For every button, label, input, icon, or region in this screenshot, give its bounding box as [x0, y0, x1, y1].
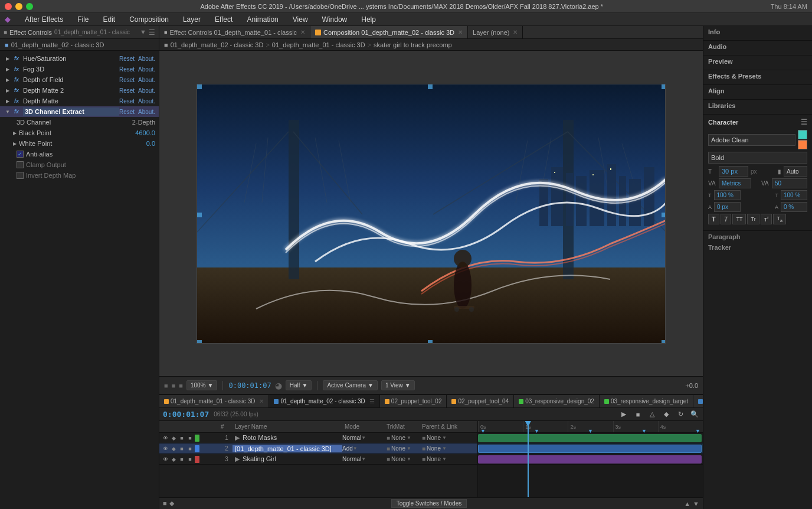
layer-row-1[interactable]: 👁 ◆ ■ ■ 1 ▶ Roto Masks Normal: [159, 433, 477, 443]
layer-expand-icon[interactable]: ▶: [235, 455, 240, 462]
collapse-icon[interactable]: ■: [186, 445, 194, 452]
tl-tab-5[interactable]: 03_responsive_design_02: [514, 395, 600, 407]
font-family-select[interactable]: Adobe Clean: [708, 134, 795, 146]
tool-btn-2[interactable]: ■: [633, 410, 643, 419]
collapse-icon[interactable]: ■: [186, 435, 194, 442]
close-icon[interactable]: ✕: [300, 29, 305, 35]
effect-about-link[interactable]: About.: [138, 109, 155, 115]
zoom-control[interactable]: 100% ▼: [186, 380, 217, 390]
maximize-btn[interactable]: [26, 3, 33, 10]
playhead[interactable]: [528, 421, 529, 497]
effect-about-link[interactable]: About.: [138, 77, 155, 83]
effect-about-link[interactable]: About.: [138, 66, 155, 73]
layer-mode-1[interactable]: Normal ▼: [342, 435, 387, 441]
effect-about-link[interactable]: About.: [138, 98, 155, 105]
kerning-input[interactable]: [719, 178, 751, 188]
effect-depth-matte[interactable]: ▶ fx Depth Matte Reset About.: [0, 96, 159, 106]
timeline-timecode[interactable]: 0:00:01:07: [163, 410, 209, 419]
timeline-ruler[interactable]: 0s 1s 2s 3s 4s ▼ ▼ ▼ ▼ ▼: [478, 421, 703, 433]
toggle-switches-modes[interactable]: Toggle Switches / Modes: [391, 499, 467, 508]
effect-hue-saturation[interactable]: ▶ fx Hue/Saturation Reset About.: [0, 53, 159, 64]
effects-presets-title[interactable]: Effects & Presets: [708, 73, 807, 80]
view-layout-control[interactable]: 1 View ▼: [381, 380, 415, 390]
close-btn[interactable]: [5, 3, 12, 10]
camera-view-control[interactable]: Active Camera ▼: [323, 380, 377, 390]
visibility-icon[interactable]: 👁: [162, 445, 169, 452]
track-row-3[interactable]: [478, 454, 703, 465]
tl-tab-1[interactable]: 01_depth_matte_01 - classic 3D ✕: [159, 395, 269, 407]
tl-bottom-icon1[interactable]: ■: [163, 500, 167, 507]
menu-view[interactable]: View: [290, 14, 310, 25]
visibility-icon[interactable]: 👁: [162, 456, 169, 463]
window-controls[interactable]: [5, 3, 33, 10]
menu-animation[interactable]: Animation: [244, 14, 280, 25]
tsscale-input[interactable]: [781, 202, 807, 212]
effect-reset-link[interactable]: Reset: [119, 77, 135, 83]
solo-icon[interactable]: ◆: [170, 445, 177, 452]
track-area[interactable]: 0s 1s 2s 3s 4s ▼ ▼ ▼ ▼ ▼: [478, 421, 703, 497]
tl-bottom-icon2[interactable]: ◆: [169, 500, 174, 507]
menu-window[interactable]: Window: [320, 14, 350, 25]
tl-tab-6[interactable]: 03_responsive_design_target: [600, 395, 693, 407]
composition-viewer[interactable]: [159, 51, 703, 376]
effect-depth-of-field[interactable]: ▶ fx Depth of Field Reset About.: [0, 74, 159, 85]
menu-edit[interactable]: Edit: [100, 14, 117, 25]
track-row-1[interactable]: [478, 433, 703, 443]
layer-mode-2[interactable]: Add ▼: [342, 445, 387, 452]
tab-effect-controls[interactable]: ■ Effect Controls 01_depth_matte_01 - cl…: [159, 26, 310, 38]
checkbox-invert-depth[interactable]: [17, 172, 24, 179]
sub-btn[interactable]: Ta: [773, 214, 785, 224]
italic-btn[interactable]: T: [721, 214, 732, 224]
tl-tab-3[interactable]: 02_puppet_tool_02: [380, 395, 447, 407]
tscale-h-input[interactable]: [781, 190, 807, 200]
timecode-display[interactable]: 0:00:01:07: [228, 381, 271, 390]
effect-fog-3d[interactable]: ▶ fx Fog 3D Reset About.: [0, 64, 159, 74]
layer-row-2[interactable]: 👁 ◆ ■ ■ 2 [01_depth_matte_01 - classic 3…: [159, 443, 477, 454]
smallcaps-btn[interactable]: Tr: [747, 214, 759, 224]
tl-tab-7[interactable]: 04_data_driven_graphic_02: [693, 395, 703, 407]
collapse-icon[interactable]: ■: [186, 456, 194, 463]
paragraph-label[interactable]: Paragraph: [703, 231, 812, 242]
effect-white-point[interactable]: ▶ White Point 0.0: [0, 138, 159, 149]
preview-title[interactable]: Preview: [708, 58, 807, 65]
effect-reset-link[interactable]: Reset: [119, 109, 135, 115]
effect-reset-link[interactable]: Reset: [119, 56, 135, 62]
menu-help[interactable]: Help: [359, 14, 378, 25]
panel-menu-icon[interactable]: ☰: [801, 118, 807, 126]
effect-depth-matte-2[interactable]: ▶ fx Depth Matte 2 Reset About.: [0, 85, 159, 96]
breadcrumb-skater[interactable]: skater girl to track precomp: [374, 41, 452, 48]
menu-composition[interactable]: Composition: [127, 14, 171, 25]
lock-icon[interactable]: ■: [178, 445, 185, 452]
effect-black-point[interactable]: ▶ Black Point 4600.0: [0, 128, 159, 138]
align-title[interactable]: Align: [708, 87, 807, 94]
solo-icon[interactable]: ◆: [170, 456, 177, 463]
tracking-input[interactable]: [772, 178, 807, 188]
breadcrumb-comp[interactable]: ■: [5, 41, 9, 48]
super-btn[interactable]: Tr: [761, 214, 772, 224]
baseline-input[interactable]: [714, 202, 741, 212]
lock-icon[interactable]: ■: [178, 456, 185, 463]
minimize-btn[interactable]: [15, 3, 22, 10]
tl-bottom-icon3[interactable]: ▲: [684, 500, 690, 507]
track-bar-1[interactable]: [478, 434, 702, 442]
effect-reset-link[interactable]: Reset: [119, 66, 135, 73]
tscale-v-input[interactable]: [714, 190, 741, 200]
font-size-input[interactable]: [719, 166, 748, 177]
tl-tab-2[interactable]: 01_depth_matte_02 - classic 3D ☰: [269, 395, 379, 407]
tool-btn-5[interactable]: ↻: [676, 410, 685, 419]
layer-mode-3[interactable]: Normal ▼: [342, 456, 387, 462]
menu-file[interactable]: File: [75, 14, 91, 25]
text-color-swatch[interactable]: [798, 130, 807, 139]
panel-menu-expand-icon[interactable]: ▼: [140, 28, 146, 37]
effect-3d-channel-prop[interactable]: 3D Channel 2-Depth: [0, 117, 159, 128]
effect-3d-channel-extract[interactable]: ▼ fx 3D Channel Extract Reset About.: [0, 106, 159, 117]
lock-icon[interactable]: ■: [178, 435, 185, 442]
layer-row-3[interactable]: 👁 ◆ ■ ■ 3 ▶ Skating Girl Normal: [159, 454, 477, 465]
effect-about-link[interactable]: About.: [138, 87, 155, 94]
checkbox-anti-alias[interactable]: [17, 151, 24, 158]
auto-leading-input[interactable]: [784, 166, 807, 177]
prop-value[interactable]: 4600.0: [126, 129, 155, 136]
tl-bottom-icon4[interactable]: ▼: [693, 500, 699, 507]
tab-layer[interactable]: Layer (none) ✕: [468, 26, 523, 38]
tracker-label[interactable]: Tracker: [703, 242, 812, 252]
